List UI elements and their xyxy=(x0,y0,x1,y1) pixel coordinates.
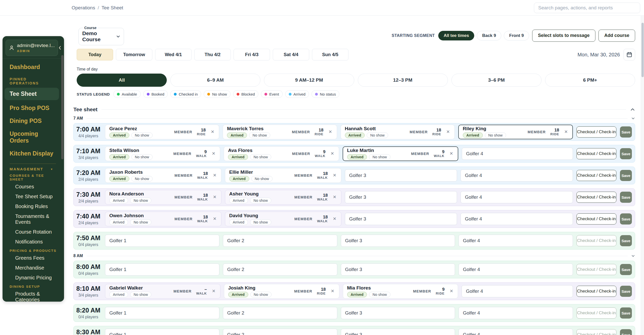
sidebar-item-upcoming-orders[interactable]: Upcoming Orders xyxy=(3,127,61,147)
no-show-badge[interactable]: No show xyxy=(131,132,153,138)
time-filter-6-9-am[interactable]: 6–9 AM xyxy=(170,74,260,87)
no-show-badge[interactable]: No show xyxy=(131,176,153,182)
empty-slot-input[interactable]: Golfer 2 xyxy=(223,263,337,276)
close-icon[interactable]: ✕ xyxy=(330,151,335,156)
management-header-row[interactable]: MANAGEMENT▾ xyxy=(3,164,61,172)
sidebar-item-pro-shop-pos[interactable]: Pro Shop POS xyxy=(3,102,61,115)
no-show-badge[interactable]: No show xyxy=(131,154,153,160)
empty-slot-input[interactable]: Golfer 3 xyxy=(341,235,455,247)
time-filter-all[interactable]: All xyxy=(77,74,167,87)
empty-slot-input[interactable]: Golfer 3 xyxy=(341,307,455,319)
sidebar-item-notifications[interactable]: Notifications xyxy=(3,237,61,247)
empty-slot-input[interactable]: Golfer 3 xyxy=(341,263,455,276)
date-tab-wed-4-1[interactable]: Wed 4/1 xyxy=(155,49,192,60)
close-icon[interactable]: ✕ xyxy=(449,288,454,294)
arrived-badge[interactable]: Arrived xyxy=(228,292,248,297)
checkout-checkin-button[interactable]: Checkout / Check-in xyxy=(576,286,616,297)
calendar-button[interactable] xyxy=(624,49,635,60)
checkout-checkin-button[interactable]: Checkout / Check-in xyxy=(576,329,616,335)
no-show-badge[interactable]: No show xyxy=(369,292,390,297)
time-filter-3-6-pm[interactable]: 3–6 PM xyxy=(451,74,542,87)
arrived-badge[interactable]: Arrived xyxy=(345,132,365,138)
empty-slot-input[interactable]: Golfer 4 xyxy=(461,191,573,203)
no-show-badge[interactable]: No show xyxy=(369,154,390,160)
breadcrumb-operations[interactable]: Operations xyxy=(72,5,95,11)
checkout-checkin-button[interactable]: Checkout / Check-in xyxy=(576,192,616,203)
sidebar-item-tee-sheet[interactable]: Tee Sheet xyxy=(5,88,59,100)
arrived-badge[interactable]: Arrived xyxy=(227,132,247,138)
sidebar-item-dashboard[interactable]: Dashboard xyxy=(3,61,61,74)
sidebar-item-merchandise[interactable]: Merchandise xyxy=(3,263,61,273)
close-icon[interactable]: ✕ xyxy=(332,194,337,200)
arrived-badge[interactable]: Arrived xyxy=(229,198,248,203)
close-icon[interactable]: ✕ xyxy=(213,173,217,178)
checkout-checkin-button[interactable]: Checkout / Check-in xyxy=(576,126,616,138)
no-show-badge[interactable]: No show xyxy=(130,198,151,203)
empty-slot-input[interactable]: Golfer 4 xyxy=(462,285,573,297)
user-chip[interactable]: admin@revtee.l... ADMIN xyxy=(6,40,58,56)
checkout-checkin-button[interactable]: Checkout / Check-in xyxy=(576,235,616,246)
empty-slot-input[interactable]: Golfer 4 xyxy=(461,213,573,225)
save-button[interactable]: Save xyxy=(620,264,632,275)
close-icon[interactable]: ✕ xyxy=(212,288,216,294)
player-slot-luke-martin[interactable]: Luke MartinArrivedNo showMEMBER9WALK✕ xyxy=(343,146,458,161)
time-filter-12-3-pm[interactable]: 12–3 PM xyxy=(358,74,448,87)
close-icon[interactable]: ✕ xyxy=(330,288,335,294)
empty-slot-input[interactable]: Golfer 4 xyxy=(459,329,573,335)
arrived-badge[interactable]: Arrived xyxy=(229,176,249,182)
close-icon[interactable]: ✕ xyxy=(564,129,568,135)
player-slot-owen-johnson[interactable]: Owen JohnsonArrivedNo showMEMBER18WALK✕ xyxy=(105,212,221,226)
no-show-badge[interactable]: No show xyxy=(249,132,270,138)
sidebar-item-greens-fees[interactable]: Greens Fees xyxy=(3,253,61,263)
close-icon[interactable]: ✕ xyxy=(446,129,450,135)
select-slots-to-message-button[interactable]: Select slots to message xyxy=(532,30,595,42)
empty-slot-input[interactable]: Golfer 1 xyxy=(105,307,219,319)
sidebar-item-dynamic-pricing[interactable]: Dynamic Pricing xyxy=(3,273,61,283)
player-slot-nora-anderson[interactable]: Nora AndersonArrivedNo showMEMBER18WALK✕ xyxy=(105,190,221,205)
no-show-badge[interactable]: No show xyxy=(367,132,388,138)
player-slot-maverick-torres[interactable]: Maverick TorresArrivedNo showMEMBER18RID… xyxy=(223,125,337,139)
empty-slot-input[interactable]: Golfer 1 xyxy=(105,329,219,335)
arrived-badge[interactable]: Arrived xyxy=(347,292,367,297)
player-slot-hannah-scott[interactable]: Hannah ScottArrivedNo showMEMBER18RIDE✕ xyxy=(341,125,455,139)
arrived-badge[interactable]: Arrived xyxy=(109,198,128,203)
empty-slot-input[interactable]: Golfer 4 xyxy=(461,169,573,182)
arrived-badge[interactable]: Arrived xyxy=(109,219,128,225)
save-button[interactable]: Save xyxy=(620,170,632,181)
segment-back-9[interactable]: Back 9 xyxy=(477,31,501,40)
sidebar-item-kitchen-display[interactable]: Kitchen Display xyxy=(3,147,61,160)
empty-slot-input[interactable]: Golfer 3 xyxy=(345,213,457,225)
no-show-badge[interactable]: No show xyxy=(250,292,272,297)
save-button[interactable]: Save xyxy=(620,235,632,246)
sidebar-item-tee-sheet-setup[interactable]: Tee Sheet Setup xyxy=(3,192,61,202)
save-button[interactable]: Save xyxy=(620,286,632,297)
page-scrollbar-thumb[interactable] xyxy=(641,23,644,77)
checkout-checkin-button[interactable]: Checkout / Check-in xyxy=(576,213,616,225)
sidebar-item-products-categories[interactable]: Products & Categories xyxy=(3,289,61,302)
save-button[interactable]: Save xyxy=(620,148,632,159)
player-slot-josiah-king[interactable]: Josiah KingArrivedNo showMEMBER18RIDE✕ xyxy=(224,284,339,299)
collapse-section-button[interactable] xyxy=(630,107,635,112)
breadcrumb-tee-sheet[interactable]: Tee Sheet xyxy=(101,5,123,11)
checkout-checkin-button[interactable]: Checkout / Check-in xyxy=(576,148,616,159)
add-course-button[interactable]: Add course xyxy=(598,30,635,42)
empty-slot-input[interactable]: Golfer 4 xyxy=(459,263,573,276)
sidebar-item-booking-rules[interactable]: Booking Rules xyxy=(3,202,61,211)
empty-slot-input[interactable]: Golfer 4 xyxy=(459,307,573,319)
player-slot-jaxon-roberts[interactable]: Jaxon RobertsArrivedNo showMEMBER18WALK✕ xyxy=(105,168,221,183)
sidebar-scrollbar-thumb[interactable] xyxy=(61,55,64,159)
empty-slot-input[interactable]: Golfer 3 xyxy=(341,329,455,335)
save-button[interactable]: Save xyxy=(620,307,632,319)
empty-slot-input[interactable]: Golfer 4 xyxy=(462,148,573,160)
close-icon[interactable]: ✕ xyxy=(449,151,454,156)
arrived-badge[interactable]: Arrived xyxy=(463,132,483,138)
date-tab-tomorrow[interactable]: Tomorrow xyxy=(116,49,152,60)
time-filter-6-pm[interactable]: 6 PM+ xyxy=(545,74,635,87)
arrived-badge[interactable]: Arrived xyxy=(109,176,129,182)
no-show-badge[interactable]: No show xyxy=(485,132,506,138)
chevron-down-icon[interactable] xyxy=(631,117,635,120)
course-select[interactable]: Course Demo Course xyxy=(78,26,124,45)
empty-slot-input[interactable]: Golfer 1 xyxy=(105,263,219,276)
arrived-badge[interactable]: Arrived xyxy=(347,154,367,160)
date-tab-sat-4-4[interactable]: Sat 4/4 xyxy=(273,49,309,60)
